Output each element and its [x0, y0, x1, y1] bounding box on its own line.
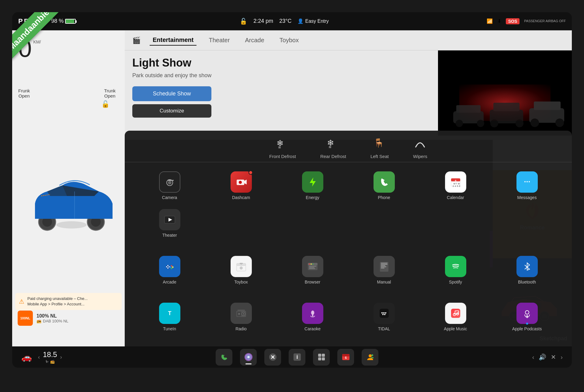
calendar-icon: 6 MTW 3456: [445, 171, 466, 193]
app-phone[interactable]: Phone: [348, 167, 420, 205]
app-arcade[interactable]: Arcade: [134, 251, 205, 289]
svg-point-88: [238, 313, 240, 315]
toybox-label: Toybox: [234, 280, 248, 284]
rear-defrost-control[interactable]: ❄ ≋ Rear Defrost: [320, 137, 346, 159]
rear-defrost-label: Rear Defrost: [320, 154, 346, 159]
sos-badge: SOS: [506, 18, 520, 24]
speed-display: 0 KM/: [18, 36, 41, 61]
taskbar-grid-btn[interactable]: [313, 349, 330, 366]
tab-arcade[interactable]: Arcade: [242, 35, 267, 45]
wifi-icon: 📶: [487, 18, 493, 24]
app-energy[interactable]: Energy: [277, 167, 348, 205]
app-camera[interactable]: Camera: [134, 167, 205, 205]
app-browser[interactable]: Browser: [277, 251, 348, 289]
volume-icon: 🔊: [539, 353, 546, 361]
svg-point-57: [171, 268, 172, 269]
temp-sub: ⛷ 📻: [43, 359, 57, 364]
svg-text:T: T: [168, 310, 171, 316]
app-radio[interactable]: Radio: [205, 298, 277, 336]
svg-rect-77: [381, 268, 384, 268]
svg-point-8: [456, 120, 463, 127]
app-grid-row1: Camera Dashcam: [125, 162, 572, 247]
radio-logo: 100NL: [18, 311, 33, 326]
app-messages[interactable]: Messages: [491, 167, 563, 205]
front-defrost-control[interactable]: ❄ ≋ Front Defrost: [269, 137, 296, 159]
spotify-label: Spotify: [449, 280, 462, 284]
easy-entry: 👤 Easy Entry: [297, 18, 328, 24]
preview-cars-svg: [438, 75, 572, 136]
light-show-info: Light Show Park outside and enjoy the sh…: [125, 50, 438, 136]
app-tunein[interactable]: T TuneIn: [134, 298, 205, 336]
svg-text:6: 6: [345, 356, 347, 359]
svg-rect-76: [381, 266, 386, 267]
taskbar-close-btn[interactable]: [264, 349, 281, 366]
taskbar-arrow-right[interactable]: ›: [561, 354, 563, 361]
svg-point-63: [240, 266, 243, 270]
app-bluetooth[interactable]: Bluetooth: [491, 251, 563, 289]
svg-point-131: [369, 354, 372, 357]
taskbar-calendar-btn[interactable]: 6: [337, 349, 354, 366]
svg-text:M: M: [454, 183, 455, 185]
svg-point-16: [530, 119, 539, 127]
svg-point-91: [311, 311, 314, 315]
ent-header: 🎬 Entertainment Theater Arcade Toybox: [125, 30, 572, 50]
left-seat-control[interactable]: 🪑 Left Seat: [370, 137, 389, 159]
temp-display: 23°C: [279, 18, 291, 24]
manual-label: Manual: [377, 280, 391, 284]
spotify-icon: [445, 256, 466, 277]
left-panel: 0 KM/: [12, 30, 125, 346]
radio-info[interactable]: 100NL 100% NL 📻 DAB 100% NL: [15, 308, 122, 328]
battery-fill: [66, 19, 74, 23]
svg-rect-127: [322, 357, 325, 360]
app-manual[interactable]: Manual: [348, 251, 420, 289]
svg-point-87: [243, 313, 244, 315]
lock-icon: 🔓: [240, 18, 247, 25]
app-tidal[interactable]: TIDAL: [348, 298, 420, 336]
temp-decrease[interactable]: ‹: [38, 354, 40, 360]
tab-theater[interactable]: Theater: [206, 35, 233, 45]
browser-icon: [302, 256, 323, 277]
app-apple-podcasts[interactable]: Apple Podcasts: [491, 298, 563, 336]
taskbar-siri-btn[interactable]: [240, 349, 257, 366]
svg-point-58: [169, 266, 171, 268]
ent-content: Light Show Park outside and enjoy the sh…: [125, 50, 572, 136]
left-seat-icon: 🪑: [374, 137, 386, 151]
app-toybox[interactable]: Toybox: [205, 251, 277, 289]
radio-name: 100% NL: [36, 313, 68, 319]
app-apple-music[interactable]: Apple Music: [420, 298, 491, 336]
mute-icon[interactable]: ✕: [551, 353, 556, 361]
taskbar-phone-btn[interactable]: [216, 349, 232, 366]
customize-button[interactable]: Customize: [132, 104, 211, 118]
svg-point-45: [527, 181, 528, 182]
car-taskbar-icon[interactable]: 🚗: [21, 352, 32, 362]
entertainment-icon: 🎬: [132, 36, 141, 44]
tunein-label: TuneIn: [163, 326, 176, 331]
messages-label: Messages: [517, 195, 537, 200]
radio-sub: 📻 DAB 100% NL: [36, 319, 68, 323]
taskbar-arrow-left[interactable]: ‹: [532, 354, 534, 361]
time-display: 2:24 pm: [253, 18, 273, 24]
wipers-control[interactable]: Wipers: [413, 137, 427, 159]
svg-rect-75: [381, 265, 385, 266]
app-spotify[interactable]: Spotify: [420, 251, 491, 289]
app-dashcam[interactable]: Dashcam: [205, 167, 277, 205]
taskbar-contacts-btn[interactable]: [362, 349, 378, 366]
svg-rect-89: [238, 310, 245, 311]
svg-point-55: [171, 265, 172, 267]
tab-toybox[interactable]: Toybox: [276, 35, 302, 45]
taskbar-info-btn[interactable]: i: [289, 349, 305, 366]
app-calendar[interactable]: 6 MTW 3456 Calendar: [420, 167, 491, 205]
svg-point-132: [371, 354, 373, 356]
svg-rect-74: [381, 264, 388, 265]
app-theater[interactable]: Theater: [134, 205, 205, 242]
app-caraoke[interactable]: Caraoke: [277, 298, 348, 336]
radio-details: 100% NL 📻 DAB 100% NL: [36, 313, 68, 323]
phone-label: Phone: [378, 195, 390, 200]
svg-point-54: [169, 266, 170, 267]
schedule-show-button[interactable]: Schedule Show: [132, 86, 211, 101]
tab-entertainment[interactable]: Entertainment: [150, 35, 196, 46]
bluetooth-label: Bluetooth: [518, 280, 536, 284]
light-show-preview: [438, 50, 572, 136]
toybox-icon: [231, 256, 252, 277]
caraoke-label: Caraoke: [304, 326, 321, 331]
